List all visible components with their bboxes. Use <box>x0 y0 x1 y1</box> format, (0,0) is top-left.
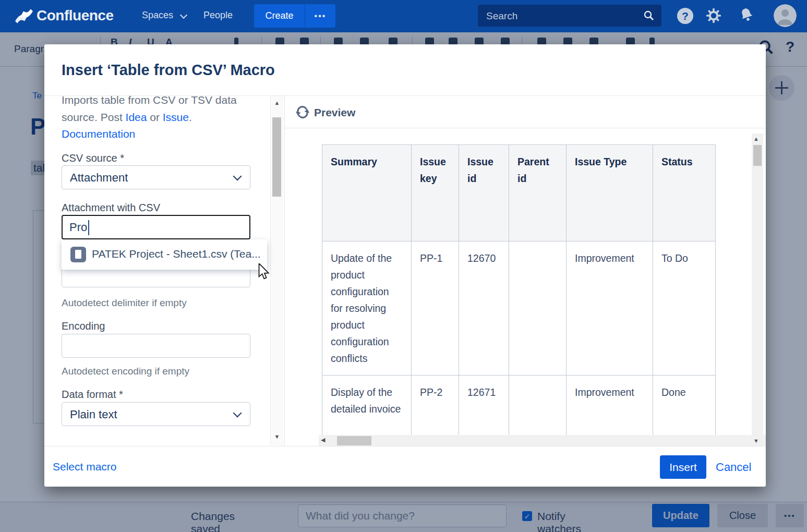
data-format-label: Data format * <box>62 389 123 401</box>
cell-parent-id <box>509 241 567 376</box>
scroll-down-arrow[interactable]: ▼ <box>272 433 282 440</box>
col-header: Summary <box>322 145 412 241</box>
nav-spaces[interactable]: Spaces <box>142 10 173 21</box>
col-header: Issue Type <box>567 145 653 241</box>
notifications-bell-icon[interactable] <box>737 5 756 25</box>
search-icon[interactable] <box>643 9 655 22</box>
cell-status: To Do <box>653 241 716 376</box>
preview-table: Summary Issue key Issue id Parent id Iss… <box>322 144 716 446</box>
scroll-left-arrow[interactable]: ◀ <box>321 437 325 443</box>
confluence-page: Paragraph B I U A ? Te P tal Cha <box>0 0 807 532</box>
dialog-title: Insert ‘Table from CSV’ Macro <box>62 62 275 79</box>
encoding-input[interactable] <box>62 334 250 358</box>
confluence-logo-icon[interactable] <box>15 8 33 25</box>
data-format-select[interactable]: Plain text <box>62 402 250 426</box>
col-header: Status <box>653 145 716 241</box>
attachment-input[interactable]: Pro <box>62 215 250 239</box>
cell-issue-key: PP-1 <box>412 241 459 376</box>
scrollbar-thumb[interactable] <box>272 117 281 197</box>
insert-macro-dialog: Insert ‘Table from CSV’ Macro Imports ta… <box>44 44 766 487</box>
csv-source-select[interactable]: Attachment <box>62 165 250 189</box>
preview-hscrollbar[interactable]: ◀ ▶ <box>319 435 766 446</box>
documentation-link[interactable]: Documentation <box>62 128 135 140</box>
scroll-down-arrow[interactable]: ▼ <box>753 438 759 444</box>
search-input[interactable] <box>485 8 633 25</box>
issue-link[interactable]: Issue <box>163 111 189 123</box>
table-row: Update of the product configuration for … <box>322 241 716 376</box>
gear-icon[interactable] <box>705 7 722 24</box>
nav-people[interactable]: People <box>203 10 233 21</box>
create-button-group: Create ••• <box>254 4 335 28</box>
attachment-suggestion-dropdown[interactable]: PATEK Project - Sheet1.csv (Tea... <box>62 239 267 270</box>
create-button[interactable]: Create <box>254 4 305 28</box>
encoding-label: Encoding <box>62 320 105 332</box>
col-header: Issue id <box>459 145 509 241</box>
help-icon[interactable]: ? <box>677 8 693 24</box>
cell-summary: Update of the product configuration for … <box>322 241 412 376</box>
top-navbar: Confluence Spaces People Create ••• ? <box>0 0 807 32</box>
cancel-link[interactable]: Cancel <box>716 461 751 474</box>
create-more-button[interactable]: ••• <box>305 4 335 28</box>
preview-vscrollbar[interactable]: ▲ ▼ <box>752 134 763 446</box>
scrollbar-thumb[interactable] <box>337 436 371 445</box>
suggestion-item[interactable]: PATEK Project - Sheet1.csv (Tea... <box>92 248 261 260</box>
attachment-label: Attachment with CSV <box>62 202 160 214</box>
scroll-up-arrow[interactable]: ▲ <box>753 136 759 142</box>
text-caret <box>88 220 89 235</box>
preview-title: Preview <box>314 106 355 119</box>
cell-issue-type: Improvement <box>567 241 653 376</box>
csv-source-label: CSV source * <box>62 152 124 164</box>
refresh-preview-icon[interactable] <box>295 105 310 119</box>
preview-pane: Summary Issue key Issue id Parent id Iss… <box>285 128 766 446</box>
mouse-cursor <box>258 263 273 281</box>
encoding-hint: Autodetect encoding if empty <box>62 366 189 377</box>
insert-button[interactable]: Insert <box>660 455 706 479</box>
table-header-row: Summary Issue key Issue id Parent id Iss… <box>322 145 716 241</box>
chevron-down-icon <box>180 11 187 19</box>
macro-description-line1: Imports table from CSV or TSV data <box>62 95 237 106</box>
chevron-down-icon <box>233 172 242 181</box>
delimiter-hint: Autodetect delimiter if empty <box>62 297 187 309</box>
chevron-down-icon <box>233 409 242 418</box>
global-search <box>478 5 661 27</box>
avatar-icon <box>774 4 797 27</box>
scroll-up-arrow[interactable]: ▲ <box>272 100 282 106</box>
divider <box>44 446 766 446</box>
scrollbar-thumb[interactable] <box>753 145 762 166</box>
brand-name[interactable]: Confluence <box>37 7 113 24</box>
macro-form-pane: Imports table from CSV or TSV data sourc… <box>44 95 284 446</box>
user-avatar[interactable] <box>774 4 797 27</box>
col-header: Parent id <box>509 145 567 241</box>
select-macro-link[interactable]: Select macro <box>53 461 117 473</box>
idea-link[interactable]: Idea <box>126 111 147 123</box>
col-header: Issue key <box>412 145 459 241</box>
macro-description-line2: source. Post Idea or Issue. <box>62 111 192 124</box>
cell-issue-id: 12670 <box>459 241 509 376</box>
file-icon <box>70 247 86 262</box>
